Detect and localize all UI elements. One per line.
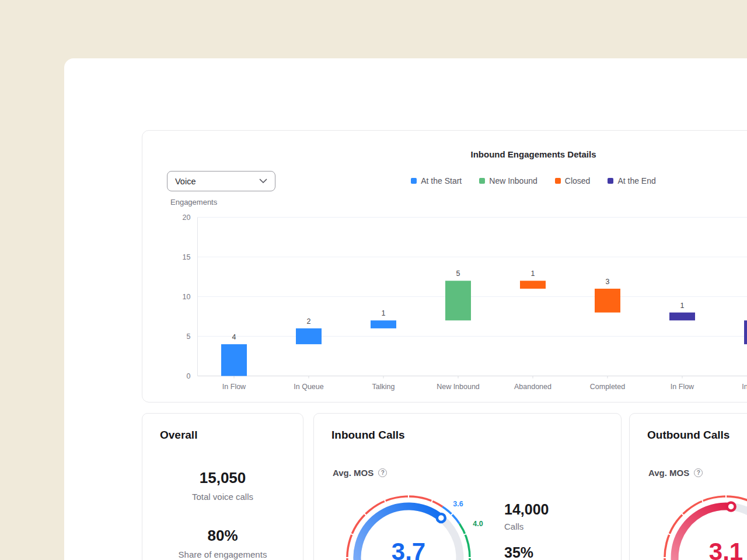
total-voice-calls-label: Total voice calls bbox=[142, 492, 303, 502]
gauge-marker[interactable] bbox=[437, 514, 445, 522]
inbound-mos-gauge: 1.03.64.05.03.7OK bbox=[333, 491, 484, 560]
bar-new-inbound[interactable] bbox=[445, 281, 471, 320]
x-category-label: Talking bbox=[372, 383, 395, 391]
share-of-engagements-stat: 80% Share of engagements bbox=[142, 527, 303, 559]
bar-talking[interactable] bbox=[371, 320, 396, 328]
overall-card: Overall 15,050 Total voice calls 80% Sha… bbox=[142, 413, 303, 560]
avg-mos-row: Avg. MOS ? bbox=[648, 468, 703, 478]
calls-label: Calls bbox=[504, 522, 549, 531]
outbound-card-title: Outbound Calls bbox=[647, 429, 729, 442]
gauge-scale-label: 4.0 bbox=[473, 520, 483, 528]
x-category-label: In Queue bbox=[294, 383, 323, 391]
avg-mos-label: Avg. MOS bbox=[648, 468, 689, 478]
bar-value-label: 4 bbox=[232, 333, 236, 341]
inbound-engagements-card: Inbound Engagements Details At the Start… bbox=[142, 130, 747, 402]
bar-value-label: 1 bbox=[382, 309, 386, 317]
bad-calls-value: 35% bbox=[504, 544, 549, 560]
avg-mos-label: Avg. MOS bbox=[333, 468, 374, 478]
x-category-label: In Flow bbox=[222, 383, 246, 391]
share-of-engagements-value: 80% bbox=[142, 527, 303, 545]
x-category-label: In Queue bbox=[742, 383, 747, 391]
outbound-calls-card: Outbound Calls Avg. MOS ? 1.03.64.05.03.… bbox=[629, 413, 747, 560]
gauge-value: 3.1 bbox=[709, 538, 743, 560]
inbound-card-title: Inbound Calls bbox=[331, 429, 405, 442]
help-icon[interactable]: ? bbox=[378, 468, 387, 477]
total-voice-calls-value: 15,050 bbox=[142, 469, 303, 487]
avg-mos-row: Avg. MOS ? bbox=[333, 468, 387, 478]
overall-card-title: Overall bbox=[160, 429, 197, 442]
dashboard-panel: Inbound Engagements Details At the Start… bbox=[64, 58, 747, 560]
outbound-mos-gauge: 1.03.64.05.03.1Bad bbox=[650, 491, 747, 560]
y-tick-label: 20 bbox=[183, 214, 191, 222]
calls-value: 14,000 bbox=[504, 501, 549, 518]
bar-in-flow[interactable] bbox=[669, 313, 695, 321]
gauge-value: 3.7 bbox=[392, 538, 425, 560]
y-tick-label: 5 bbox=[187, 332, 191, 341]
gauge-scale-label: 3.6 bbox=[453, 500, 463, 508]
bar-value-label: 5 bbox=[456, 270, 460, 278]
bar-in-queue[interactable] bbox=[296, 328, 322, 344]
x-category-label: New Inbound bbox=[437, 383, 480, 391]
bad-calls-stat: 35% Bad calls Drill In › bbox=[504, 544, 549, 560]
engagements-bar-chart: 051015204In Flow2In Queue1Talking5New In… bbox=[142, 131, 747, 402]
bar-completed[interactable] bbox=[595, 289, 620, 313]
y-tick-label: 10 bbox=[183, 293, 191, 301]
bar-abandoned[interactable] bbox=[520, 281, 546, 289]
help-icon[interactable]: ? bbox=[694, 468, 703, 477]
bar-in-queue[interactable] bbox=[744, 320, 747, 344]
bar-value-label: 1 bbox=[531, 270, 535, 278]
bar-in-flow[interactable] bbox=[221, 344, 247, 376]
calls-stat: 14,000 Calls bbox=[504, 501, 549, 531]
bar-value-label: 2 bbox=[307, 317, 311, 326]
y-tick-label: 0 bbox=[187, 372, 191, 380]
share-of-engagements-label: Share of engagements bbox=[142, 550, 303, 559]
bar-value-label: 1 bbox=[680, 302, 685, 310]
x-category-label: Abandoned bbox=[514, 383, 551, 391]
total-voice-calls-stat: 15,050 Total voice calls bbox=[142, 469, 303, 502]
inbound-calls-card: Inbound Calls Avg. MOS ? 1.03.64.05.03.7… bbox=[313, 413, 622, 560]
x-category-label: Completed bbox=[590, 383, 625, 391]
y-tick-label: 15 bbox=[183, 253, 191, 261]
x-category-label: In Flow bbox=[671, 383, 694, 391]
gauge-marker[interactable] bbox=[727, 502, 735, 510]
bar-value-label: 3 bbox=[606, 278, 610, 286]
inbound-stats-column: 14,000 Calls 35% Bad calls Drill In › bbox=[504, 501, 549, 560]
